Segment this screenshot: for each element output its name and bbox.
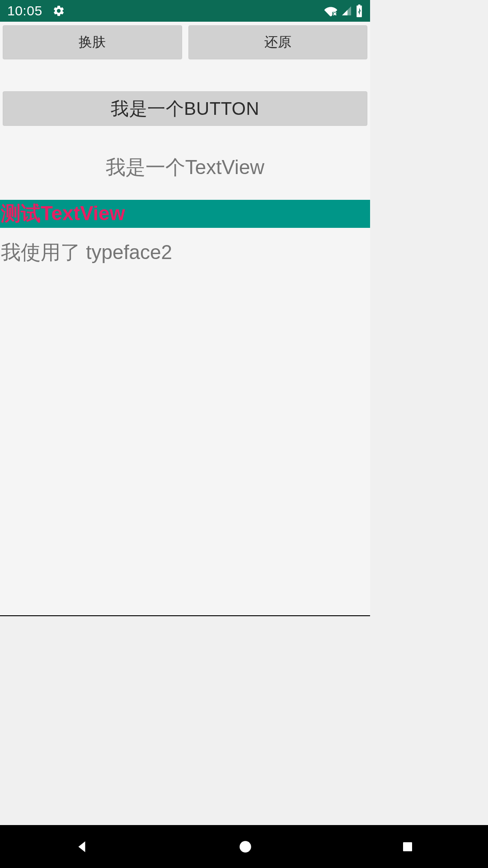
status-right [324, 5, 363, 17]
textview-label: 我是一个TextView [0, 154, 370, 181]
status-left: 10:05 [7, 3, 65, 19]
restore-button[interactable]: 还原 [188, 25, 368, 59]
big-button-container: 我是一个BUTTON [0, 88, 370, 129]
battery-charging-icon [356, 5, 363, 17]
wifi-icon [324, 5, 338, 16]
top-button-row: 换肤 还原 [0, 22, 370, 63]
bottom-divider [0, 615, 370, 616]
gear-icon [52, 5, 65, 17]
change-skin-button[interactable]: 换肤 [3, 25, 182, 59]
cell-signal-icon [341, 5, 352, 16]
app-content: 换肤 还原 我是一个BUTTON 我是一个TextView 测试TextView… [0, 22, 370, 615]
demo-button[interactable]: 我是一个BUTTON [3, 91, 367, 126]
status-bar: 10:05 [0, 0, 370, 22]
typeface2-textview: 我使用了 typeface2 [0, 239, 370, 266]
test-textview: 测试TextView [0, 200, 370, 228]
status-clock: 10:05 [7, 3, 42, 19]
